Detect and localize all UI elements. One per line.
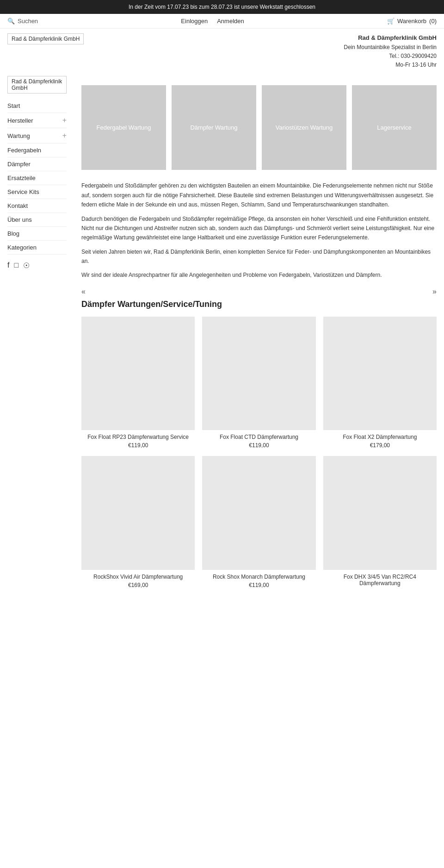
product-price-2: €179,00	[370, 442, 390, 449]
sidebar-item-label: Hersteller	[7, 117, 33, 124]
sidebar-nav: StartHersteller+Wartung+FedergabelnDämpf…	[7, 99, 67, 255]
cart-area[interactable]: 🛒 Warenkorb (0)	[387, 18, 437, 25]
service-card-2[interactable]: Variostützen Wartung	[262, 85, 346, 170]
store-details: Rad & Dämpferklinik GmbH Dein Mountainbi…	[344, 33, 437, 69]
store-tagline: Dein Mountainbike Spezialist in Berlin	[344, 43, 437, 52]
content-area: Federgabel WartungDämpfer WartungVariost…	[74, 71, 444, 604]
product-image-1	[202, 317, 315, 430]
sidebar-item-label: Federgabeln	[7, 147, 41, 154]
sidebar-item-über-uns[interactable]: Über uns	[7, 213, 67, 227]
store-breadcrumb-top[interactable]: Rad & Dämpferklinik GmbH	[7, 33, 84, 44]
store-hours: Mo-Fr 13-16 Uhr	[344, 61, 437, 69]
sidebar-item-label: Wartung	[7, 132, 30, 139]
sidebar-item-kategorien[interactable]: Kategorien	[7, 241, 67, 255]
section-heading: Dämpfer Wartungen/Service/Tuning	[81, 300, 437, 309]
expand-icon: +	[62, 131, 67, 140]
store-phone: Tel.: 030-29009420	[344, 52, 437, 61]
sidebar-item-label: Dämpfer	[7, 161, 31, 168]
service-card-3[interactable]: Lagerservice	[352, 85, 437, 170]
product-price-4: €119,00	[249, 582, 269, 588]
description-paragraph-1: Dadurch benötigen die Federgabeln und St…	[81, 214, 437, 243]
rss-icon[interactable]: ☉	[23, 261, 30, 270]
description-paragraph-3: Wir sind der ideale Ansprechpartner für …	[81, 270, 437, 280]
sidebar-item-kontakt[interactable]: Kontakt	[7, 199, 67, 213]
sidebar-item-label: Service Kits	[7, 188, 39, 195]
product-image-4	[202, 456, 315, 569]
product-card-0[interactable]: Fox Float RP23 Dämpferwartung Service €1…	[81, 317, 195, 449]
header-bar: 🔍 Suchen Einloggen Anmelden 🛒 Warenkorb …	[0, 14, 444, 29]
sidebar-item-blog[interactable]: Blog	[7, 227, 67, 241]
sidebar-item-hersteller[interactable]: Hersteller+	[7, 113, 67, 128]
product-card-2[interactable]: Fox Float X2 Dämpferwartung €179,00	[323, 317, 437, 449]
sidebar-item-wartung[interactable]: Wartung+	[7, 128, 67, 144]
product-price-0: €119,00	[128, 442, 148, 449]
expand-icon: +	[62, 116, 67, 125]
slider-prev-button[interactable]: «	[81, 287, 86, 296]
sidebar-item-dämpfer[interactable]: Dämpfer	[7, 157, 67, 171]
slider-next-button[interactable]: »	[432, 287, 437, 296]
product-price-3: €169,00	[128, 582, 148, 588]
sidebar-item-federgabeln[interactable]: Federgabeln	[7, 144, 67, 157]
store-name: Rad & Dämpferklinik GmbH	[344, 33, 437, 43]
cart-label: Warenkorb	[397, 18, 426, 25]
top-banner: In der Zeit vom 17.07.23 bis zum 28.07.2…	[0, 0, 444, 14]
product-grid: Fox Float RP23 Dämpferwartung Service €1…	[81, 317, 437, 588]
slider-controls: « »	[81, 287, 437, 296]
sidebar-item-label: Start	[7, 102, 20, 109]
description-paragraph-2: Seit vielen Jahren bieten wir, Rad & Däm…	[81, 247, 437, 266]
product-name-5: Fox DHX 3/4/5 Van RC2/RC4 Dämpferwartung	[323, 574, 437, 587]
register-link[interactable]: Anmelden	[217, 18, 244, 25]
login-link[interactable]: Einloggen	[181, 18, 208, 25]
product-name-0: Fox Float RP23 Dämpferwartung Service	[87, 434, 189, 440]
description-section: Federgabeln und Stoßdämpfer gehören zu d…	[81, 181, 437, 280]
service-card-1[interactable]: Dämpfer Wartung	[172, 85, 256, 170]
main-layout: Rad & Dämpferklinik GmbH StartHersteller…	[0, 71, 444, 613]
facebook-icon[interactable]: f	[7, 261, 9, 270]
sidebar-item-ersatzteile[interactable]: Ersatzteile	[7, 171, 67, 185]
product-image-5	[323, 456, 437, 569]
sidebar-item-label: Blog	[7, 230, 19, 237]
store-info-section: Rad & Dämpferklinik GmbH Rad & Dämpferkl…	[0, 29, 444, 71]
cart-icon: 🛒	[387, 18, 395, 25]
sidebar-item-service-kits[interactable]: Service Kits	[7, 185, 67, 199]
product-name-4: Rock Shox Monarch Dämpferwartung	[213, 574, 305, 580]
product-image-0	[81, 317, 195, 430]
header-nav: Einloggen Anmelden	[181, 18, 244, 25]
product-name-3: RockShox Vivid Air Dämpferwartung	[93, 574, 183, 580]
product-name-2: Fox Float X2 Dämpferwartung	[343, 434, 417, 440]
product-image-2	[323, 317, 437, 430]
service-grid: Federgabel WartungDämpfer WartungVariost…	[81, 85, 437, 170]
product-image-3	[81, 456, 195, 569]
sidebar: Rad & Dämpferklinik GmbH StartHersteller…	[0, 71, 74, 275]
search-area[interactable]: 🔍 Suchen	[7, 18, 38, 25]
search-label: Suchen	[18, 18, 38, 25]
search-icon: 🔍	[7, 18, 15, 25]
sidebar-social: f □ ☉	[7, 255, 67, 270]
product-card-1[interactable]: Fox Float CTD Dämpferwartung €119,00	[202, 317, 315, 449]
sidebar-item-label: Kontakt	[7, 202, 28, 209]
product-price-1: €119,00	[249, 442, 269, 449]
instagram-icon[interactable]: □	[14, 261, 18, 270]
sidebar-item-label: Über uns	[7, 216, 32, 223]
product-card-4[interactable]: Rock Shox Monarch Dämpferwartung €119,00	[202, 456, 315, 588]
product-card-5[interactable]: Fox DHX 3/4/5 Van RC2/RC4 Dämpferwartung	[323, 456, 437, 588]
sidebar-breadcrumb[interactable]: Rad & Dämpferklinik GmbH	[7, 76, 67, 94]
description-paragraph-0: Federgabeln und Stoßdämpfer gehören zu d…	[81, 181, 437, 209]
product-name-1: Fox Float CTD Dämpferwartung	[220, 434, 298, 440]
sidebar-item-label: Kategorien	[7, 244, 37, 251]
service-card-0[interactable]: Federgabel Wartung	[81, 85, 166, 170]
cart-count: (0)	[429, 18, 437, 25]
product-card-3[interactable]: RockShox Vivid Air Dämpferwartung €169,0…	[81, 456, 195, 588]
sidebar-item-start[interactable]: Start	[7, 99, 67, 113]
sidebar-item-label: Ersatzteile	[7, 175, 36, 181]
